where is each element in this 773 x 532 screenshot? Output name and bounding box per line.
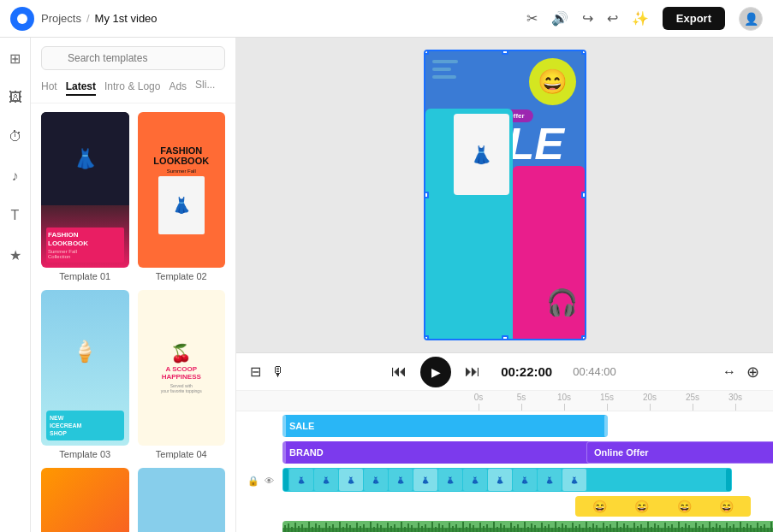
scissors-icon[interactable]: ✂ [526,10,538,27]
audio-segment[interactable] [282,521,773,532]
svg-rect-51 [452,526,454,532]
svg-rect-106 [640,524,642,532]
template-thumb-02: FASHIONLOOKBOOK Summer Fall 👗 [138,112,226,268]
list-view-btn[interactable]: ⊟ [250,364,261,380]
person-photo: 👗 [454,114,509,195]
svg-rect-61 [486,524,488,532]
template-thumb-01: 👗 FASHIONLOOKBOOK Summer FallCollection [41,112,129,268]
seg-online-label: Online Offer [587,447,656,458]
mic-btn[interactable]: 🎙 [271,364,285,380]
svg-rect-18 [339,522,341,532]
svg-rect-101 [623,523,625,532]
magic-icon[interactable]: ✨ [632,10,649,27]
redo-icon[interactable]: ↪ [582,10,593,27]
svg-rect-42 [421,526,423,532]
tab-latest[interactable]: Latest [66,79,96,96]
sidebar-media-icon[interactable]: 🖼 [3,86,27,109]
search-input[interactable] [41,46,225,70]
handle-tm[interactable] [502,50,508,55]
handle-mr[interactable] [581,192,586,198]
svg-rect-47 [438,523,440,532]
handle-br[interactable] [581,335,586,340]
emoji-2: 😄 [634,499,649,513]
video-left-handle[interactable] [283,469,288,491]
svg-rect-24 [360,526,361,532]
svg-rect-58 [476,529,478,532]
play-button[interactable]: ▶ [420,357,451,387]
svg-rect-69 [514,526,515,532]
template-item-03[interactable]: 🍦 NEWICECREAMSHOP Template 03 [41,290,129,459]
svg-rect-80 [551,528,553,532]
svg-rect-141 [760,526,762,532]
segment-sale[interactable]: SALE [282,415,608,437]
undo-icon[interactable]: ↩ [607,10,618,27]
playback-controls: ⊟ 🎙 ⏮ ▶ ⏭ 00:22:00 00:44:00 ↔ ⊕ [236,353,773,391]
export-button[interactable]: Export [663,7,725,30]
track-emoji: 😄 😄 😄 😄 [236,496,773,518]
svg-rect-96 [606,526,608,532]
prev-btn[interactable]: ⏮ [391,363,407,381]
tab-intro-logo[interactable]: Intro & Logo [104,79,160,96]
svg-rect-97 [609,524,611,532]
svg-rect-136 [743,527,745,532]
template-label-02: Template 02 [138,271,226,281]
template-label-03: Template 03 [41,449,129,459]
avatar[interactable]: 👤 [739,7,763,31]
sidebar-star-icon[interactable]: ★ [3,243,27,267]
resize-left-sale[interactable] [282,415,286,437]
sidebar-grid-icon[interactable]: ⊞ [3,46,27,70]
fit-btn[interactable]: ↔ [722,364,736,380]
tab-hot[interactable]: Hot [41,79,57,96]
sidebar-music-icon[interactable]: ♪ [3,164,27,188]
sidebar-animation-icon[interactable]: ⏱ [3,125,27,149]
zoom-btn[interactable]: ⊕ [746,363,759,381]
app-logo [10,7,34,31]
total-time: 00:44:00 [573,365,616,378]
svg-rect-45 [431,522,433,532]
handle-bm[interactable] [502,335,508,340]
handle-ml[interactable] [424,192,429,198]
svg-rect-63 [493,522,495,532]
svg-rect-52 [455,524,457,532]
projects-link[interactable]: Projects [41,12,81,25]
svg-rect-125 [705,528,707,532]
svg-rect-139 [753,529,755,532]
svg-rect-11 [315,523,317,532]
svg-rect-90 [586,522,587,532]
svg-rect-22 [353,529,354,532]
tab-ads[interactable]: Ads [169,79,187,96]
svg-rect-79 [548,524,550,532]
tab-more[interactable]: Sli... [195,79,215,96]
svg-rect-133 [733,524,734,532]
next-btn[interactable]: ⏭ [465,363,480,381]
audio-icon[interactable]: 🔊 [551,10,568,27]
svg-rect-135 [740,522,741,532]
svg-rect-120 [688,525,690,532]
sidebar-text-icon[interactable]: T [3,204,27,228]
template-item-04[interactable]: 🍒 A SCOOPHAPPINESS Served withyour favor… [138,290,226,459]
emoji-segment[interactable]: 😄 😄 😄 😄 [575,496,751,517]
svg-rect-109 [651,527,652,532]
handle-tl[interactable] [424,50,429,55]
handle-tr[interactable] [581,50,586,55]
svg-rect-81 [555,522,556,532]
resize-left-brand[interactable] [282,441,286,464]
segment-online[interactable]: Online Offer [586,441,773,464]
ruler-0s: 0s [457,393,500,411]
video-right-handle[interactable] [726,469,731,491]
template-item-01[interactable]: 👗 FASHIONLOOKBOOK Summer FallCollection … [41,112,129,281]
timeline-tracks: SALE BRAND Onl [236,411,773,532]
ruler-10s: 10s [543,393,586,411]
svg-rect-49 [445,529,447,532]
handle-bl[interactable] [424,335,429,340]
eye-icon[interactable]: 👁 [265,476,274,486]
lock-icon[interactable]: 🔒 [247,476,259,487]
phone-preview[interactable]: 😄 Online Offer SALE 👗 🎧 [424,50,586,340]
svg-rect-108 [647,522,649,532]
video-segment[interactable]: 👗 👗 👗 👗 👗 👗 👗 👗 👗 👗 👗 [282,468,732,492]
template-item-05[interactable]: 🌿 Template 05 [41,468,129,532]
template-item-06[interactable]: 🏖 Template 06 [138,468,226,532]
svg-rect-65 [500,523,502,532]
template-item-02[interactable]: FASHIONLOOKBOOK Summer Fall 👗 Template 0… [138,112,226,281]
resize-right-sale[interactable] [604,415,608,437]
